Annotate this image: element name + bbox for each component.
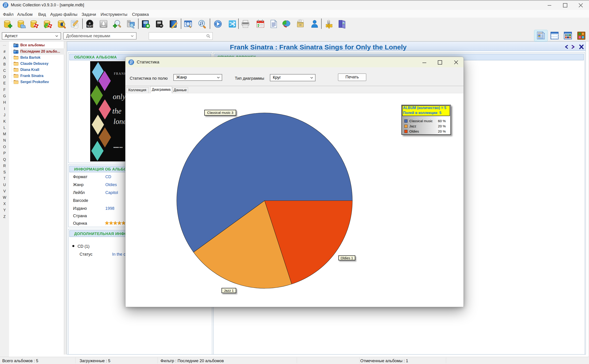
svg-text:■■■■■ ■■■: ■■■■■ ■■■ [113,146,123,148]
svg-text:the: the [112,107,121,115]
svg-text:only: only [113,93,126,101]
